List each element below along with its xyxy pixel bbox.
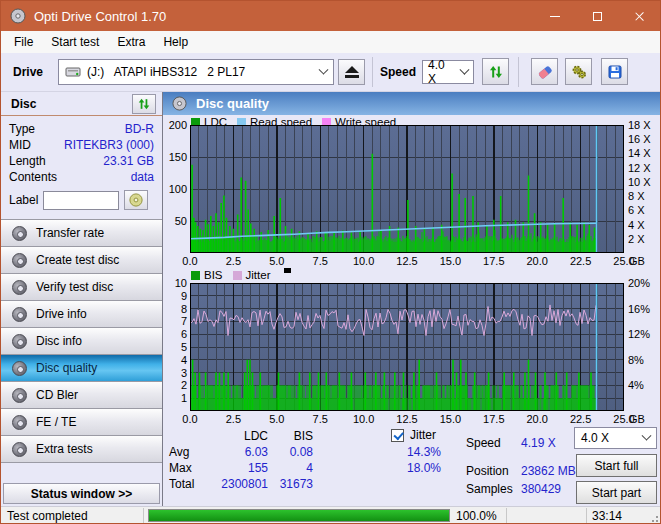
statusbar-separator xyxy=(506,508,507,524)
status-bar: Test completed 100.0% 33:14 xyxy=(1,506,660,524)
erase-disc-button[interactable] xyxy=(531,58,558,85)
axis-tick-label: 10.0 xyxy=(353,255,374,267)
disc-field-row: Type BD-R xyxy=(9,121,154,137)
sidebar-nav-label: Verify test disc xyxy=(36,280,113,294)
disc-label-button[interactable] xyxy=(124,190,148,210)
refresh-button[interactable] xyxy=(482,58,509,85)
sidebar-nav-button[interactable]: FE / TE xyxy=(1,408,162,436)
axis-tick-label: 4% xyxy=(628,379,644,391)
sidebar: Disc Type BD-R MID RITEKBR3 (000) xyxy=(1,92,163,506)
axis-tick-label: 12% xyxy=(628,328,650,340)
chart2-right-axis: 20%16%12%8%4% xyxy=(626,283,661,411)
menu-item[interactable]: Help xyxy=(154,33,197,51)
position-label: Position xyxy=(466,464,509,478)
close-icon xyxy=(634,11,645,22)
stats-row-label: Max xyxy=(169,461,211,475)
chart2-left-axis: 10987654321 xyxy=(163,283,188,411)
save-button[interactable] xyxy=(601,58,628,85)
disc-panel-title: Disc xyxy=(11,97,36,111)
menu-item[interactable]: Start test xyxy=(42,33,108,51)
progress-fill xyxy=(149,510,449,521)
sidebar-nav-button[interactable]: Verify test disc xyxy=(1,273,162,301)
disc-icon xyxy=(12,307,27,322)
disc-fields: Type BD-R MID RITEKBR3 (000) Length 23.3… xyxy=(1,116,162,187)
axis-tick-label: 9 xyxy=(181,290,187,302)
axis-tick-label: 8 xyxy=(181,303,187,315)
main-panel: Disc quality LDCRead speedWrite speed 20… xyxy=(163,92,660,506)
status-text: Test completed xyxy=(7,509,88,523)
legend-swatch xyxy=(233,271,242,280)
axis-tick-label: 20% xyxy=(628,277,650,289)
speed-label: Speed xyxy=(380,65,416,79)
status-window-button[interactable]: Status window >> xyxy=(3,483,160,504)
disc-field-row: MID RITEKBR3 (000) xyxy=(9,137,154,153)
progress-percent: 100.0% xyxy=(456,509,497,523)
axis-tick-label: 150 xyxy=(169,151,187,163)
disc-label-input[interactable] xyxy=(43,191,119,210)
legend-swatch xyxy=(191,271,200,280)
jitter-toggle[interactable]: Jitter xyxy=(391,428,436,442)
toolbar-separator xyxy=(518,57,519,87)
disc-field-label: Length xyxy=(9,154,46,168)
sidebar-nav-button[interactable]: CD Bler xyxy=(1,381,162,409)
drive-select-value: (J:) ATAPI iHBS312 2 PL17 xyxy=(87,65,245,79)
sidebar-nav-label: Disc info xyxy=(36,334,82,348)
jitter-label: Jitter xyxy=(410,428,436,442)
axis-tick-label: 5 xyxy=(181,341,187,353)
test-speed-select[interactable]: 4.0 X xyxy=(574,427,657,449)
axis-tick-label: 4 xyxy=(181,354,187,366)
axis-tick-label: 5.0 xyxy=(269,413,284,425)
app-icon xyxy=(10,8,26,24)
menu-item[interactable]: Extra xyxy=(108,33,154,51)
maximize-button[interactable] xyxy=(576,1,618,31)
sidebar-nav-button[interactable]: Drive info xyxy=(1,300,162,328)
sidebar-nav-button[interactable]: Disc quality xyxy=(1,354,162,382)
legend-item: Jitter xyxy=(233,269,271,281)
axis-tick-label: 10.0 xyxy=(353,413,374,425)
axis-tick-label: 2 xyxy=(181,379,187,391)
chart2-legend: BISJitter xyxy=(191,269,291,281)
app-window: Opti Drive Control 1.70 FileStart testEx… xyxy=(0,0,661,524)
menu-item[interactable]: File xyxy=(5,33,42,51)
disc-icon xyxy=(12,280,27,295)
chevron-down-icon xyxy=(460,64,470,74)
cd-icon xyxy=(129,193,143,207)
jitter-checkbox[interactable] xyxy=(391,429,404,442)
statusbar-separator xyxy=(143,508,144,524)
sidebar-nav-button[interactable]: Transfer rate xyxy=(1,219,162,247)
stats-col-ldc: LDC xyxy=(215,429,268,443)
sidebar-nav-button[interactable]: Disc info xyxy=(1,327,162,355)
disc-field-label: MID xyxy=(9,138,31,152)
maximize-icon xyxy=(593,12,602,21)
close-button[interactable] xyxy=(618,1,660,31)
axis-tick-label: 0.0 xyxy=(182,255,197,267)
axis-tick-label: 20.0 xyxy=(526,413,547,425)
disc-icon xyxy=(12,388,27,403)
stats-row-label: Total xyxy=(169,477,211,491)
disc-field-value: RITEKBR3 (000) xyxy=(64,138,154,152)
stats-col-bis: BIS xyxy=(273,429,313,443)
ldc-read-speed-chart xyxy=(190,125,624,253)
axis-tick-label: 20.0 xyxy=(526,255,547,267)
speed-select[interactable]: 4.0 X xyxy=(422,60,474,84)
statusbar-separator xyxy=(586,508,587,524)
eject-button[interactable] xyxy=(338,59,365,85)
disc-icon xyxy=(12,442,27,457)
settings-button[interactable] xyxy=(565,58,592,85)
disc-field-row: Length 23.31 GB xyxy=(9,153,154,169)
start-part-button[interactable]: Start part xyxy=(576,481,657,504)
axis-tick-label: 100 xyxy=(169,183,187,195)
minimize-button[interactable] xyxy=(534,1,576,31)
speed-readout-value: 4.19 X xyxy=(521,436,556,450)
stats-max-ldc: 155 xyxy=(215,461,268,475)
disc-icon xyxy=(12,226,27,241)
stats-avg-jitter: 14.3% xyxy=(359,445,441,459)
start-full-button[interactable]: Start full xyxy=(576,454,657,477)
axis-tick-label: 2.5 xyxy=(226,413,241,425)
resize-grip[interactable] xyxy=(648,512,658,522)
sidebar-nav-button[interactable]: Create test disc xyxy=(1,246,162,274)
disc-refresh-button[interactable] xyxy=(132,94,156,114)
sidebar-nav-button[interactable]: Extra tests xyxy=(1,435,162,463)
disc-field-row: Contents data xyxy=(9,169,154,185)
drive-select[interactable]: (J:) ATAPI iHBS312 2 PL17 xyxy=(58,59,334,85)
